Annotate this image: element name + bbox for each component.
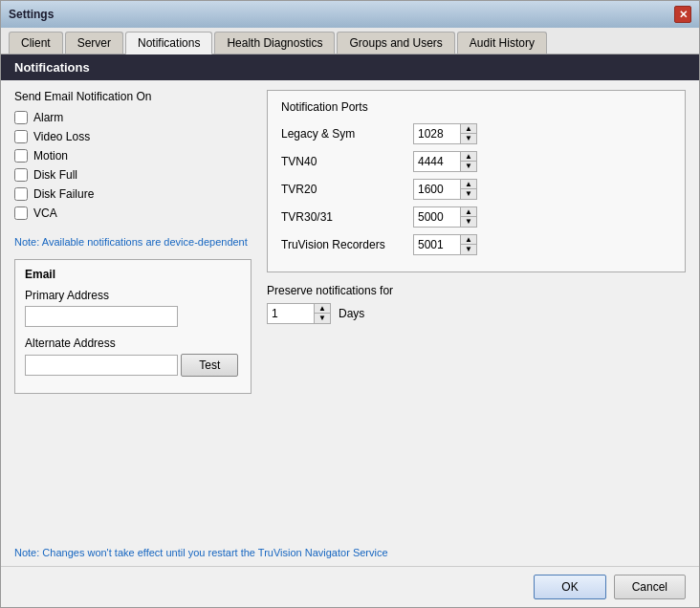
checkbox-vca: VCA: [14, 206, 252, 220]
footer-note: Note: Changes won't take effect until yo…: [1, 539, 699, 566]
settings-window: Settings ✕ Client Server Notifications H…: [0, 0, 700, 608]
tvn40-up[interactable]: ▲: [461, 152, 476, 162]
cancel-button[interactable]: Cancel: [614, 575, 686, 599]
section-header: Notifications: [1, 54, 699, 80]
vca-checkbox[interactable]: [14, 206, 28, 220]
legacy-sym-up[interactable]: ▲: [461, 124, 476, 134]
video-loss-checkbox[interactable]: [14, 130, 28, 143]
primary-address-label: Primary Address: [25, 289, 241, 302]
motion-label: Motion: [33, 149, 68, 163]
email-title: Email: [25, 268, 241, 281]
checkbox-alarm: Alarm: [14, 111, 252, 124]
device-dependent-note: Note: Available notifications are device…: [14, 235, 252, 250]
right-column: Notification Ports Legacy & Sym ▲ ▼: [267, 90, 686, 394]
tab-notifications[interactable]: Notifications: [125, 32, 212, 54]
tvr20-down[interactable]: ▼: [461, 189, 476, 199]
motion-checkbox[interactable]: [14, 149, 28, 163]
legacy-sym-input[interactable]: [414, 124, 460, 143]
two-col-layout: Send Email Notification On Alarm Video L…: [14, 90, 686, 394]
port-legacy-sym: Legacy & Sym ▲ ▼: [281, 123, 671, 144]
legacy-sym-spinner: ▲ ▼: [413, 123, 477, 144]
alarm-checkbox[interactable]: [14, 111, 28, 124]
preserve-down[interactable]: ▼: [315, 314, 330, 323]
ports-title: Notification Ports: [281, 100, 671, 114]
send-email-label: Send Email Notification On: [14, 90, 252, 103]
tvr20-input[interactable]: [414, 180, 460, 199]
checkbox-disk-failure: Disk Failure: [14, 187, 252, 201]
tvn40-label: TVN40: [281, 155, 405, 168]
disk-full-label: Disk Full: [33, 168, 77, 182]
preserve-input[interactable]: [268, 304, 314, 323]
alarm-label: Alarm: [33, 111, 63, 124]
disk-failure-label: Disk Failure: [33, 187, 94, 201]
truvision-spinner: ▲ ▼: [413, 234, 477, 255]
section-title: Notifications: [14, 60, 90, 75]
tvr30-31-up[interactable]: ▲: [461, 207, 476, 217]
primary-address-input[interactable]: [25, 306, 178, 327]
test-button[interactable]: Test: [181, 354, 238, 377]
preserve-spinner: ▲ ▼: [267, 303, 331, 324]
checkbox-motion: Motion: [14, 149, 252, 163]
window-title: Settings: [9, 8, 54, 21]
days-label: Days: [339, 307, 364, 320]
tvr30-31-label: TVR30/31: [281, 210, 405, 224]
port-tvr20: TVR20 ▲ ▼: [281, 179, 671, 200]
tab-server[interactable]: Server: [65, 32, 123, 54]
tvr20-up[interactable]: ▲: [461, 180, 476, 189]
preserve-section: Preserve notifications for ▲ ▼ Days: [267, 284, 686, 324]
content-area: Notifications Send Email Notification On…: [1, 54, 699, 607]
tab-client[interactable]: Client: [9, 32, 63, 54]
port-tvr30-31: TVR30/31 ▲ ▼: [281, 206, 671, 228]
tvn40-input[interactable]: [414, 152, 460, 171]
preserve-label: Preserve notifications for: [267, 284, 686, 297]
ok-button[interactable]: OK: [534, 575, 605, 599]
title-bar: Settings ✕: [1, 1, 699, 28]
port-tvn40: TVN40 ▲ ▼: [281, 151, 671, 172]
tab-groups-and-users[interactable]: Groups and Users: [337, 32, 454, 54]
legacy-sym-label: Legacy & Sym: [281, 127, 405, 141]
checkbox-disk-full: Disk Full: [14, 168, 252, 182]
legacy-sym-down[interactable]: ▼: [461, 134, 476, 143]
alternate-address-input[interactable]: [25, 355, 178, 376]
email-section: Email Primary Address Alternate Address …: [14, 259, 252, 394]
left-column: Send Email Notification On Alarm Video L…: [14, 90, 252, 394]
tab-bar: Client Server Notifications Health Diagn…: [1, 28, 699, 54]
truvision-input[interactable]: [414, 235, 460, 254]
truvision-down[interactable]: ▼: [461, 245, 476, 254]
alternate-address-label: Alternate Address: [25, 337, 241, 350]
tvr30-31-down[interactable]: ▼: [461, 217, 476, 227]
bottom-bar: OK Cancel: [1, 566, 699, 607]
main-body: Send Email Notification On Alarm Video L…: [1, 80, 699, 539]
ports-group: Notification Ports Legacy & Sym ▲ ▼: [267, 90, 686, 272]
tvr20-spinner: ▲ ▼: [413, 179, 477, 200]
truvision-up[interactable]: ▲: [461, 235, 476, 245]
tvr30-31-spinner: ▲ ▼: [413, 206, 477, 228]
truvision-label: TruVision Recorders: [281, 238, 405, 251]
tvr20-label: TVR20: [281, 183, 405, 196]
preserve-up[interactable]: ▲: [315, 304, 330, 314]
disk-full-checkbox[interactable]: [14, 168, 28, 182]
tvn40-down[interactable]: ▼: [461, 162, 476, 171]
tvn40-spinner: ▲ ▼: [413, 151, 477, 172]
tvr30-31-input[interactable]: [414, 207, 460, 227]
checkbox-video-loss: Video Loss: [14, 130, 252, 143]
vca-label: VCA: [33, 206, 57, 220]
tab-health-diagnostics[interactable]: Health Diagnostics: [214, 32, 335, 54]
tab-audit-history[interactable]: Audit History: [457, 32, 547, 54]
preserve-row: ▲ ▼ Days: [267, 303, 686, 324]
disk-failure-checkbox[interactable]: [14, 187, 28, 201]
port-truvision: TruVision Recorders ▲ ▼: [281, 234, 671, 255]
video-loss-label: Video Loss: [33, 130, 90, 143]
close-button[interactable]: ✕: [674, 6, 691, 23]
